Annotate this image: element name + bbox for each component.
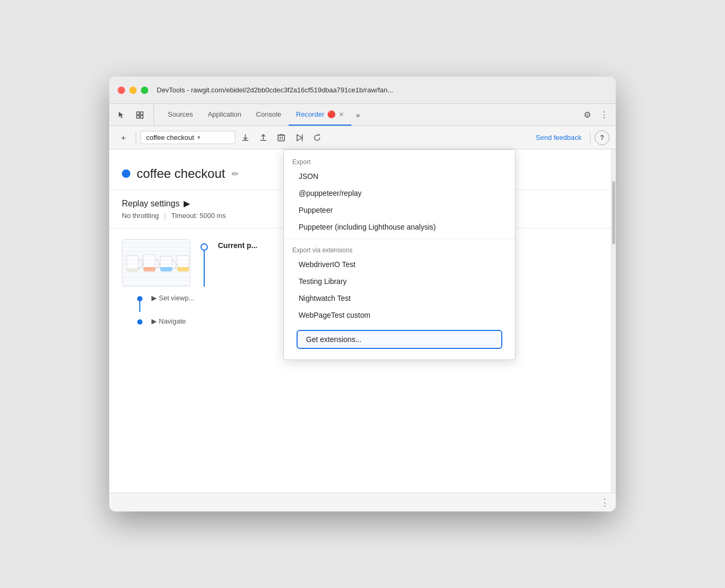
step-viewport-label: Set viewp... bbox=[159, 294, 194, 302]
tab-application[interactable]: Application bbox=[201, 104, 249, 126]
expand-icon: ▶ bbox=[151, 294, 157, 302]
svg-rect-9 bbox=[144, 254, 155, 271]
get-extensions-button[interactable]: Get extensions... bbox=[297, 330, 502, 349]
minimize-button[interactable] bbox=[129, 87, 137, 94]
export-puppeteer-replay-item[interactable]: @puppeteer/replay bbox=[284, 185, 515, 202]
layers-icon[interactable] bbox=[132, 108, 147, 122]
play-recording-button[interactable] bbox=[291, 130, 307, 146]
scrollbar-thumb[interactable] bbox=[612, 181, 615, 244]
step-navigate-label: Navigate bbox=[159, 317, 186, 325]
window-title: DevTools - rawgit.com/ebidel/2d2bb0cdec3… bbox=[157, 86, 607, 94]
get-extensions-wrapper: Get extensions... bbox=[288, 326, 511, 353]
send-feedback-link[interactable]: Send feedback bbox=[531, 134, 586, 141]
export-puppeteer-lighthouse-item[interactable]: Puppeteer (including Lighthouse analysis… bbox=[284, 219, 515, 235]
svg-rect-11 bbox=[160, 257, 172, 271]
svg-rect-1 bbox=[140, 112, 143, 115]
export-button[interactable] bbox=[237, 130, 253, 146]
edit-title-icon[interactable]: ✏ bbox=[232, 169, 239, 179]
export-dropdown: Export JSON @puppeteer/replay Puppeteer … bbox=[283, 149, 516, 360]
page-thumbnail bbox=[122, 239, 190, 287]
recording-status-dot bbox=[122, 169, 130, 178]
tabs: Sources Application Console Recorder 🔴 ✕… bbox=[160, 104, 580, 126]
chevron-down-icon: ▾ bbox=[197, 134, 201, 141]
svg-rect-4 bbox=[278, 135, 284, 141]
export-json-item[interactable]: JSON bbox=[284, 168, 515, 185]
delete-button[interactable] bbox=[273, 130, 289, 146]
export-section-label: Export bbox=[284, 154, 515, 168]
tab-bar-right: ⚙ ⋮ bbox=[580, 104, 612, 126]
svg-rect-6 bbox=[122, 240, 190, 287]
step-circle-navigate bbox=[137, 319, 142, 325]
tab-bar-icons bbox=[113, 104, 154, 126]
step-line-viewport bbox=[139, 301, 140, 312]
close-button[interactable] bbox=[118, 87, 125, 94]
scrollbar[interactable] bbox=[612, 149, 616, 492]
recorder-icon: 🔴 bbox=[327, 110, 336, 118]
step-circle-top bbox=[201, 243, 208, 251]
import-button[interactable] bbox=[255, 130, 271, 146]
recording-selector[interactable]: coffee checkout ▾ bbox=[140, 131, 235, 144]
main-content: coffee checkout ✏ Replay settings ▶ No t… bbox=[109, 149, 616, 492]
replay-settings-label: Replay settings bbox=[122, 199, 179, 208]
dropdown-divider bbox=[284, 239, 515, 239]
recorder-toolbar: + coffee checkout ▾ bbox=[109, 126, 616, 149]
meta-divider: | bbox=[164, 212, 166, 220]
step-viewport-content[interactable]: ▶ Set viewp... bbox=[151, 294, 194, 302]
bottom-more-options-icon[interactable]: ⋮ bbox=[600, 497, 609, 508]
svg-rect-0 bbox=[137, 112, 139, 115]
step-navigate-content[interactable]: ▶ Navigate bbox=[151, 317, 186, 325]
timeout-label: Timeout: 5000 ms bbox=[171, 212, 226, 220]
throttling-label: No throttling bbox=[122, 212, 159, 220]
export-testing-library-item[interactable]: Testing Library bbox=[284, 273, 515, 290]
tab-sources[interactable]: Sources bbox=[160, 104, 201, 126]
toolbar-divider-1 bbox=[136, 131, 136, 144]
add-recording-button[interactable]: + bbox=[116, 130, 131, 146]
replay-settings-arrow-icon: ▶ bbox=[184, 198, 190, 208]
export-nightwatch-item[interactable]: Nightwatch Test bbox=[284, 290, 515, 307]
traffic-lights bbox=[118, 87, 148, 94]
svg-rect-8 bbox=[127, 269, 138, 271]
svg-rect-3 bbox=[140, 116, 143, 118]
recording-title: coffee checkout bbox=[137, 166, 225, 181]
svg-rect-14 bbox=[177, 267, 189, 271]
bottom-toolbar: ⋮ bbox=[109, 492, 616, 511]
more-options-icon[interactable]: ⋮ bbox=[597, 108, 612, 122]
cursor-icon[interactable] bbox=[113, 108, 128, 122]
toolbar-divider-2 bbox=[590, 131, 590, 144]
svg-rect-12 bbox=[160, 267, 172, 271]
tab-close-recorder[interactable]: ✕ bbox=[339, 111, 344, 118]
svg-rect-7 bbox=[127, 255, 138, 271]
replay-button[interactable] bbox=[309, 130, 325, 146]
step-line bbox=[204, 251, 205, 287]
tab-bar: Sources Application Console Recorder 🔴 ✕… bbox=[109, 104, 616, 126]
navigate-expand-icon: ▶ bbox=[151, 317, 157, 325]
svg-rect-13 bbox=[177, 255, 189, 271]
help-button[interactable]: ? bbox=[595, 130, 609, 145]
export-webdriverio-item[interactable]: WebdriverIO Test bbox=[284, 256, 515, 273]
export-puppeteer-item[interactable]: Puppeteer bbox=[284, 202, 515, 219]
svg-rect-10 bbox=[144, 267, 155, 271]
tab-console[interactable]: Console bbox=[249, 104, 289, 126]
svg-rect-2 bbox=[137, 116, 139, 118]
step-circle-viewport bbox=[137, 296, 142, 301]
tab-recorder[interactable]: Recorder 🔴 ✕ bbox=[289, 104, 351, 126]
more-tabs-button[interactable]: » bbox=[351, 104, 364, 126]
devtools-window: DevTools - rawgit.com/ebidel/2d2bb0cdec3… bbox=[109, 77, 616, 511]
export-via-extensions-label: Export via extensions bbox=[284, 242, 515, 256]
export-webpagetest-item[interactable]: WebPageTest custom bbox=[284, 307, 515, 324]
maximize-button[interactable] bbox=[141, 87, 148, 94]
title-bar: DevTools - rawgit.com/ebidel/2d2bb0cdec3… bbox=[109, 77, 616, 104]
selected-recording-name: coffee checkout bbox=[146, 134, 194, 141]
settings-icon[interactable]: ⚙ bbox=[580, 108, 595, 122]
